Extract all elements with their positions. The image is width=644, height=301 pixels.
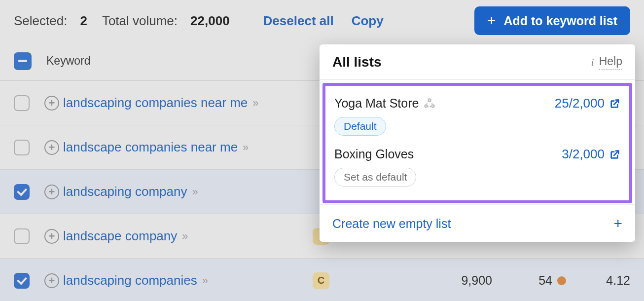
row-checkbox[interactable] bbox=[14, 95, 30, 111]
list-name: Boxing Gloves bbox=[334, 147, 414, 161]
help-label: Help bbox=[599, 55, 622, 70]
keyword-link[interactable]: landscaping company bbox=[63, 184, 187, 199]
keyword-link[interactable]: landscaping companies near me bbox=[63, 95, 248, 111]
deselect-all-link[interactable]: Deselect all bbox=[263, 13, 334, 29]
column-keyword: Keyword bbox=[46, 54, 90, 68]
cpc-cell: 4.12 bbox=[566, 273, 630, 288]
row-checkbox[interactable] bbox=[14, 184, 30, 200]
copy-link[interactable]: Copy bbox=[352, 13, 384, 29]
shared-icon bbox=[424, 98, 435, 110]
total-volume-value: 22,000 bbox=[190, 13, 230, 29]
chevron-right-icon: » bbox=[243, 141, 246, 154]
svg-point-2 bbox=[432, 105, 434, 107]
keyword-list-item[interactable]: Yoga Mat Store 25/2,000 Default bbox=[332, 92, 622, 143]
kd-cell: 54 bbox=[538, 273, 552, 288]
list-count-link[interactable]: 25/2,000 bbox=[555, 96, 620, 111]
add-to-keyword-list-button[interactable]: + Add to keyword list bbox=[474, 6, 630, 35]
row-checkbox[interactable] bbox=[14, 228, 30, 244]
panel-title: All lists bbox=[332, 54, 382, 70]
panel-header: All lists i Help bbox=[320, 44, 635, 80]
top-bar: Selected: 2 Total volume: 22,000 Deselec… bbox=[0, 0, 644, 41]
list-count-link[interactable]: 3/2,000 bbox=[562, 147, 620, 162]
row-checkbox[interactable] bbox=[14, 140, 30, 155]
external-link-icon bbox=[609, 98, 620, 109]
plus-icon: + bbox=[487, 13, 496, 28]
expand-icon[interactable]: + bbox=[44, 140, 59, 155]
create-list-label: Create new empty list bbox=[332, 217, 451, 231]
keyword-link[interactable]: landscaping companies bbox=[63, 273, 197, 288]
default-pill[interactable]: Default bbox=[334, 117, 386, 136]
keyword-link[interactable]: landscape companies near me bbox=[63, 140, 238, 155]
list-name: Yoga Mat Store bbox=[334, 96, 435, 111]
expand-icon[interactable]: + bbox=[44, 229, 59, 244]
plus-icon: + bbox=[613, 215, 622, 232]
chevron-right-icon: » bbox=[252, 97, 256, 110]
svg-point-0 bbox=[429, 99, 431, 101]
expand-icon[interactable]: + bbox=[44, 96, 59, 111]
chevron-right-icon: » bbox=[192, 186, 196, 198]
intent-badge: C bbox=[313, 272, 329, 289]
chevron-right-icon: » bbox=[202, 274, 206, 287]
external-link-icon bbox=[609, 149, 620, 160]
set-default-pill[interactable]: Set as default bbox=[334, 168, 416, 187]
keyword-list-item[interactable]: Boxing Gloves 3/2,000 Set as default bbox=[332, 143, 622, 193]
keyword-link[interactable]: landscape company bbox=[63, 228, 177, 244]
expand-icon[interactable]: + bbox=[44, 185, 59, 199]
info-icon: i bbox=[591, 56, 594, 69]
add-button-label: Add to keyword list bbox=[503, 14, 617, 28]
volume-cell: 9,900 bbox=[418, 273, 492, 288]
chevron-right-icon: » bbox=[182, 230, 185, 243]
selected-count: 2 bbox=[80, 13, 87, 29]
keyword-lists-panel: All lists i Help Yoga Mat Store 25/2,000… bbox=[320, 44, 635, 242]
expand-icon[interactable]: + bbox=[44, 273, 59, 288]
svg-point-1 bbox=[425, 105, 428, 107]
lists-highlight-box: Yoga Mat Store 25/2,000 Default Boxing G… bbox=[322, 83, 632, 203]
selected-label: Selected: bbox=[14, 13, 67, 29]
help-link[interactable]: i Help bbox=[591, 55, 622, 70]
total-volume-label: Total volume: bbox=[102, 13, 178, 29]
row-checkbox[interactable] bbox=[14, 273, 30, 289]
master-checkbox[interactable] bbox=[14, 52, 32, 70]
create-new-list-button[interactable]: Create new empty list + bbox=[320, 204, 635, 242]
table-row: + landscaping companies » C 9,900 54 4.1… bbox=[0, 259, 644, 301]
kd-dot-icon bbox=[557, 276, 566, 285]
